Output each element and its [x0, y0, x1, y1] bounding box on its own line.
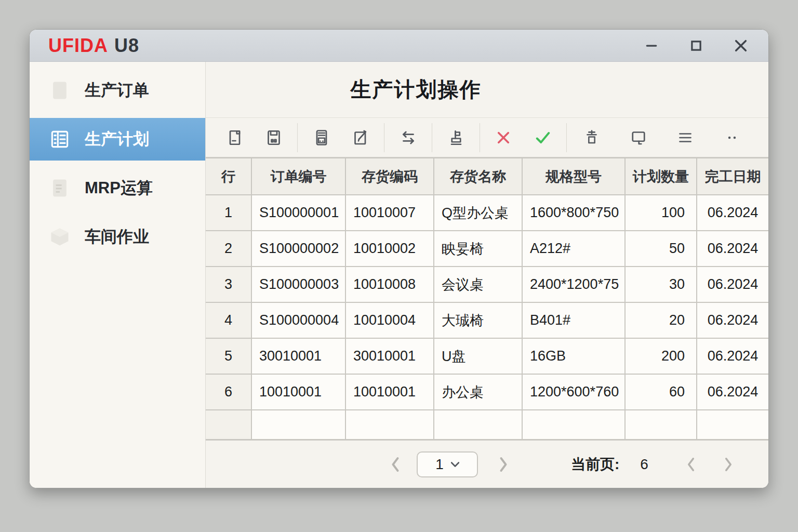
table-cell[interactable]: 06.2024 — [697, 303, 768, 339]
table-cell[interactable]: 3 — [206, 267, 252, 303]
save-all-icon — [312, 128, 331, 147]
prev-page-button[interactable] — [388, 456, 403, 473]
audit-stamp-icon — [447, 128, 466, 147]
toolbar-separator — [384, 123, 384, 152]
toolbar — [206, 118, 768, 157]
delete-button[interactable] — [490, 123, 517, 153]
table-cell[interactable]: 30010001 — [346, 339, 434, 375]
pagination-bar: 1 当前页: 6 — [206, 440, 768, 488]
table-cell[interactable]: 2 — [206, 231, 252, 267]
table-grid-icon — [48, 128, 71, 151]
column-header: 计划数量 — [626, 158, 697, 195]
table-cell[interactable]: 10010001 — [252, 375, 346, 410]
new-document-button[interactable] — [221, 123, 248, 153]
document-icon — [48, 79, 71, 102]
app-logo: UFIDA U8 — [48, 35, 139, 57]
table-cell[interactable]: 5 — [206, 339, 252, 375]
logo-u8: U8 — [114, 35, 139, 57]
toolbar-separator — [480, 123, 480, 152]
edit-button[interactable] — [347, 123, 374, 153]
table-cell[interactable] — [206, 410, 252, 440]
table-cell[interactable]: 16GB — [523, 339, 626, 375]
audit-stamp-button[interactable] — [442, 123, 470, 153]
monitor-button[interactable] — [623, 123, 654, 153]
maximize-button[interactable] — [687, 37, 705, 55]
chevron-left-icon — [390, 457, 401, 472]
table-cell[interactable]: S100000001 — [252, 195, 346, 231]
table-cell[interactable]: 06.2024 — [697, 267, 768, 303]
sidebar-item-production-plan[interactable]: 生产计划 — [30, 118, 205, 161]
page-select-dropdown[interactable]: 1 — [417, 451, 478, 477]
table-cell[interactable]: S100000004 — [252, 303, 346, 339]
table-cell[interactable] — [346, 410, 434, 440]
close-button[interactable] — [732, 37, 750, 55]
table-cell[interactable]: 会议桌 — [434, 267, 523, 303]
table-cell[interactable] — [252, 410, 346, 440]
page-title: 生产计划操作 — [351, 75, 482, 104]
table-cell[interactable]: 1600*800*750 — [523, 195, 626, 231]
last-page-button[interactable] — [721, 456, 736, 473]
table-cell[interactable] — [523, 410, 626, 440]
table-cell[interactable]: 4 — [206, 303, 252, 339]
transfer-icon — [398, 128, 418, 148]
toolbar-separator — [432, 123, 432, 152]
table-cell[interactable]: 60 — [626, 375, 697, 410]
table-cell[interactable]: 办公桌 — [434, 375, 523, 410]
table-cell[interactable]: 1200*600*760 — [523, 375, 626, 410]
save-all-button[interactable] — [308, 123, 335, 153]
table-cell[interactable]: 10010008 — [346, 267, 434, 303]
table-cell[interactable]: 30010001 — [252, 339, 346, 375]
text-tool-icon — [583, 129, 601, 147]
maximize-icon — [688, 38, 704, 54]
sidebar-item-mrp[interactable]: MRP运算 — [30, 167, 205, 209]
sidebar-item-production-order[interactable]: 生产订单 — [30, 69, 205, 112]
table-cell[interactable]: Q型办公桌 — [434, 195, 523, 231]
monitor-icon — [629, 128, 648, 147]
table-cell[interactable]: 20 — [626, 303, 697, 339]
close-icon — [733, 37, 749, 54]
table-cell[interactable]: U盘 — [434, 339, 523, 375]
more-button[interactable] — [717, 123, 747, 153]
chevron-right-icon — [723, 457, 734, 472]
table-cell[interactable] — [434, 410, 523, 440]
table-cell[interactable]: 10010001 — [346, 375, 434, 410]
sidebar-item-label: 车间作业 — [85, 226, 149, 248]
table-cell[interactable]: 大珹椅 — [434, 303, 523, 339]
toolbar-separator — [566, 123, 567, 152]
approve-button[interactable] — [529, 123, 556, 153]
text-tool-button[interactable] — [577, 123, 607, 153]
table-cell[interactable]: 2400*1200*75 — [523, 267, 626, 303]
title-bar: UFIDA U8 — [30, 30, 768, 62]
table-cell[interactable]: 200 — [626, 339, 697, 375]
table-cell[interactable]: B401# — [523, 303, 626, 339]
save-button[interactable] — [260, 123, 287, 153]
menu-icon — [676, 128, 695, 147]
table-cell[interactable]: 100 — [626, 195, 697, 231]
table-cell[interactable] — [697, 410, 768, 440]
table-cell[interactable]: 06.2024 — [697, 195, 768, 231]
table-cell[interactable]: 06.2024 — [697, 231, 768, 267]
sidebar-item-workshop[interactable]: 车间作业 — [30, 216, 205, 258]
table-cell[interactable]: 10010007 — [346, 195, 434, 231]
table-cell[interactable]: 06.2024 — [697, 339, 768, 375]
table-cell[interactable]: 10010002 — [346, 231, 434, 267]
table-cell[interactable]: S100000002 — [252, 231, 346, 267]
table-cell[interactable]: 眏妟椅 — [434, 231, 523, 267]
table-cell[interactable]: S100000003 — [252, 267, 346, 303]
table-cell[interactable]: 1 — [206, 195, 252, 231]
table-cell[interactable]: 50 — [626, 231, 697, 267]
transfer-button[interactable] — [394, 123, 422, 153]
more-icon — [723, 129, 741, 147]
edit-icon — [351, 128, 370, 147]
next-page-button[interactable] — [496, 456, 511, 473]
table-cell[interactable]: 06.2024 — [697, 375, 768, 410]
table-cell[interactable]: A212# — [523, 231, 626, 267]
minimize-button[interactable] — [643, 37, 660, 55]
first-page-button[interactable] — [683, 456, 699, 473]
table-cell[interactable]: 30 — [626, 267, 697, 303]
table-cell[interactable]: 10010004 — [346, 303, 434, 339]
table-cell[interactable] — [626, 410, 697, 440]
current-page-value: 6 — [640, 456, 648, 473]
table-cell[interactable]: 6 — [206, 375, 252, 410]
menu-button[interactable] — [670, 123, 700, 153]
